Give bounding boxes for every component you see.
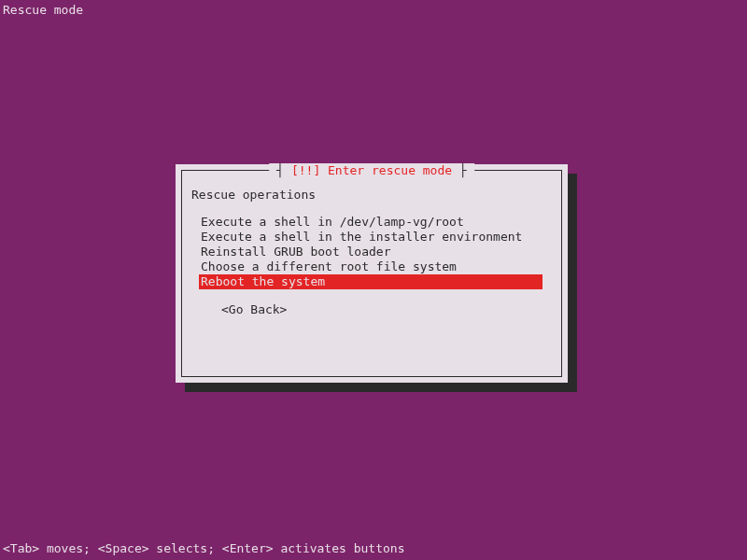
menu-item-reboot[interactable]: Reboot the system (199, 274, 543, 289)
page-header: Rescue mode (3, 3, 83, 17)
title-text: Enter rescue mode (320, 163, 452, 177)
dialog-border: ┤ [!!] Enter rescue mode ├ Rescue operat… (181, 170, 562, 377)
dialog-content: Rescue operations Execute a shell in /de… (182, 171, 561, 326)
header-title: Rescue mode (3, 3, 83, 17)
section-label: Rescue operations (191, 188, 552, 202)
dialog-title: ┤ [!!] Enter rescue mode ├ (269, 163, 474, 177)
title-marker: [!!] (291, 163, 320, 177)
menu-item-shell-root[interactable]: Execute a shell in /dev/lamp-vg/root (199, 215, 552, 230)
rescue-dialog: ┤ [!!] Enter rescue mode ├ Rescue operat… (176, 164, 568, 383)
title-deco-right: ├ (452, 163, 467, 177)
go-back-button[interactable]: <Go Back> (191, 302, 552, 316)
footer-hint: <Tab> moves; <Space> selects; <Enter> ac… (3, 541, 404, 555)
menu-item-reinstall-grub[interactable]: Reinstall GRUB boot loader (199, 245, 552, 259)
title-deco-left: ┤ (276, 163, 291, 177)
menu-item-choose-root[interactable]: Choose a different root file system (199, 259, 552, 274)
menu-item-shell-installer[interactable]: Execute a shell in the installer environ… (199, 230, 552, 245)
menu-list: Execute a shell in /dev/lamp-vg/root Exe… (191, 215, 552, 289)
